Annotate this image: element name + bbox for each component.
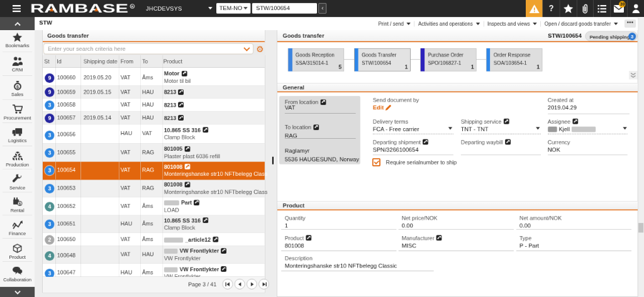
svg-text:R: R — [131, 5, 134, 8]
svg-text:RAMBASE: RAMBASE — [30, 3, 128, 15]
